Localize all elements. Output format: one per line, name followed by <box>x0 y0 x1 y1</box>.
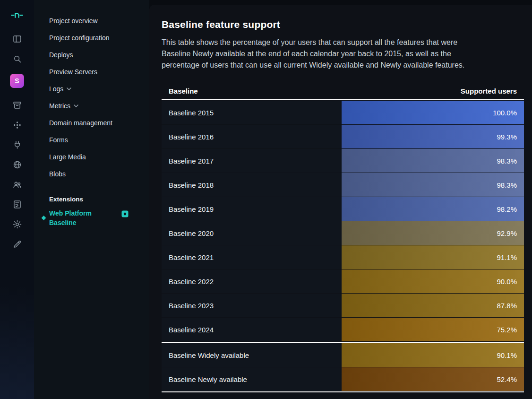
sidebar-item-logs[interactable]: Logs <box>34 80 149 97</box>
supported-users-bar: 98.2% <box>342 197 524 221</box>
table-row: Baseline 202290.0% <box>162 269 524 293</box>
sidebar-item-label: Deploys <box>49 51 73 59</box>
supported-users-bar: 92.9% <box>342 221 524 245</box>
sidebar-item-label: Domain management <box>49 119 112 127</box>
supported-users-value: 87.8% <box>497 302 517 310</box>
extension-label: Web Platform Baseline <box>49 208 107 227</box>
chevron-down-icon <box>67 87 71 90</box>
forms-audit-icon[interactable] <box>9 196 26 213</box>
content-panel: Baseline feature support This table show… <box>149 5 532 399</box>
supported-users-bar: 90.1% <box>342 343 524 367</box>
main-area: Baseline feature support This table show… <box>149 0 532 399</box>
supported-users-bar: 75.2% <box>342 318 524 341</box>
extensions-icon[interactable] <box>9 116 26 133</box>
app-root: S <box>0 0 532 399</box>
supported-users-value: 98.3% <box>497 181 517 189</box>
table-row: Baseline 201998.2% <box>162 197 524 221</box>
row-label: Baseline 2016 <box>162 125 342 148</box>
row-label: Baseline 2018 <box>162 173 342 197</box>
supported-users-value: 92.9% <box>497 229 517 237</box>
sidebar-item-metrics[interactable]: Metrics <box>34 97 149 114</box>
table-row: Baseline Newly available52.4% <box>162 367 524 391</box>
sidebar-item-domain-management[interactable]: Domain management <box>34 114 149 131</box>
globe-icon[interactable] <box>9 156 26 173</box>
diamond-bullet-icon <box>42 216 46 220</box>
table-header: Baseline Supported users <box>162 82 524 100</box>
chevron-down-icon <box>74 104 78 107</box>
supported-users-value: 100.0% <box>493 109 517 117</box>
netlify-logo[interactable] <box>9 7 26 24</box>
sidebar-item-blobs[interactable]: Blobs <box>34 165 149 182</box>
row-label: Baseline 2023 <box>162 294 342 317</box>
page-description: This table shows the percentage of your … <box>162 37 481 71</box>
supported-users-bar: 99.3% <box>342 125 524 148</box>
table-body: Baseline 2015100.0%Baseline 201699.3%Bas… <box>162 101 524 392</box>
supported-users-value: 75.2% <box>497 326 517 334</box>
baseline-support-table: Baseline Supported users Baseline 201510… <box>162 82 524 392</box>
table-row: Baseline 2015100.0% <box>162 101 524 124</box>
sidebar-item-project-configuration[interactable]: Project configuration <box>34 29 149 46</box>
sidebar-item-label: Large Media <box>49 153 86 161</box>
extension-badge-icon <box>121 210 129 217</box>
table-row: Baseline 201798.3% <box>162 149 524 173</box>
panels-icon[interactable] <box>9 30 26 47</box>
sidebar-item-forms[interactable]: Forms <box>34 131 149 148</box>
sidebar-item-large-media[interactable]: Large Media <box>34 148 149 165</box>
settings-icon[interactable] <box>9 216 26 233</box>
row-label: Baseline 2019 <box>162 197 342 221</box>
supported-users-value: 90.0% <box>497 278 517 286</box>
summary-divider <box>162 342 524 343</box>
avatar[interactable]: S <box>10 74 24 88</box>
page-title: Baseline feature support <box>162 19 524 30</box>
column-header-supported-users: Supported users <box>342 87 524 95</box>
row-label: Baseline 2021 <box>162 245 342 269</box>
supported-users-value: 90.1% <box>497 351 517 359</box>
sidebar-item-deploys[interactable]: Deploys <box>34 46 149 63</box>
row-label: Baseline 2022 <box>162 269 342 293</box>
table-row: Baseline 202092.9% <box>162 221 524 245</box>
team-icon[interactable] <box>9 176 26 193</box>
column-header-baseline: Baseline <box>162 87 342 95</box>
supported-users-bar: 87.8% <box>342 294 524 317</box>
plug-icon[interactable] <box>9 136 26 153</box>
row-label: Baseline 2020 <box>162 221 342 245</box>
supported-users-value: 52.4% <box>497 375 517 383</box>
icon-rail: S <box>0 0 34 399</box>
row-label: Baseline 2015 <box>162 101 342 124</box>
sidebar-item-label: Project configuration <box>49 34 110 42</box>
supported-users-bar: 98.3% <box>342 173 524 197</box>
table-row: Baseline 201898.3% <box>162 173 524 197</box>
supported-users-bar: 98.3% <box>342 149 524 173</box>
supported-users-value: 98.3% <box>497 157 517 165</box>
sidebar-item-label: Preview Servers <box>49 68 97 76</box>
sidebar-item-label: Blobs <box>49 170 66 178</box>
row-label: Baseline Newly available <box>162 367 342 391</box>
table-row: Baseline 202191.1% <box>162 245 524 269</box>
supported-users-value: 99.3% <box>497 133 517 141</box>
sidebar: Project overviewProject configurationDep… <box>34 0 149 399</box>
sidebar-item-label: Logs <box>49 85 63 93</box>
supported-users-bar: 90.0% <box>342 269 524 293</box>
row-label: Baseline 2017 <box>162 149 342 173</box>
supported-users-bar: 91.1% <box>342 245 524 269</box>
table-row: Baseline 202387.8% <box>162 294 524 317</box>
supported-users-bar: 52.4% <box>342 367 524 391</box>
search-icon[interactable] <box>9 50 26 67</box>
deploys-icon[interactable] <box>9 96 26 113</box>
extensions-section-label: Extensions <box>34 196 149 203</box>
row-label: Baseline Widely available <box>162 343 342 367</box>
table-row: Baseline Widely available90.1% <box>162 343 524 367</box>
table-bottom-border <box>162 391 524 392</box>
compose-icon[interactable] <box>9 235 26 252</box>
sidebar-nav-list: Project overviewProject configurationDep… <box>34 12 149 182</box>
table-row: Baseline 202475.2% <box>162 318 524 341</box>
sidebar-item-label: Forms <box>49 136 68 144</box>
table-row: Baseline 201699.3% <box>162 125 524 148</box>
sidebar-item-project-overview[interactable]: Project overview <box>34 12 149 29</box>
sidebar-item-preview-servers[interactable]: Preview Servers <box>34 63 149 80</box>
sidebar-item-label: Metrics <box>49 102 70 110</box>
supported-users-value: 91.1% <box>497 253 517 261</box>
sidebar-item-web-platform-baseline[interactable]: Web Platform Baseline <box>34 208 149 227</box>
supported-users-bar: 100.0% <box>342 101 524 124</box>
row-label: Baseline 2024 <box>162 318 342 341</box>
